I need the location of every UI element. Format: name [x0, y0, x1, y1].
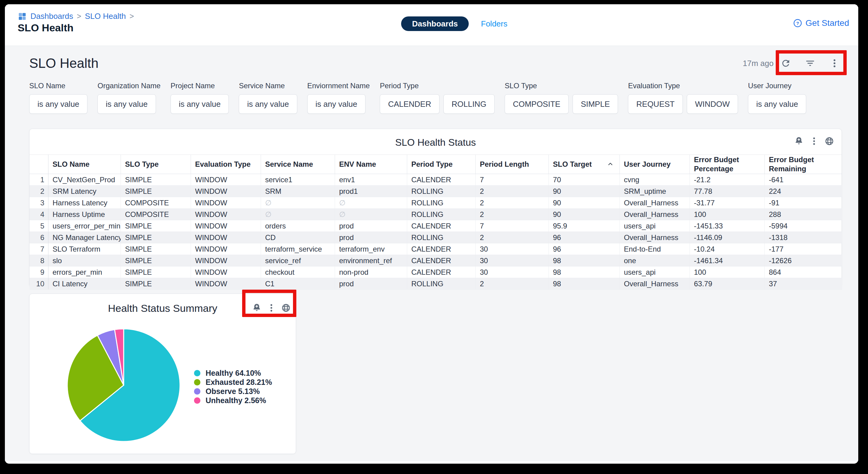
- table-row[interactable]: 5users_error_per_minSIMPLEWINDOWorderspr…: [30, 220, 842, 232]
- column-header-error-budget-remaining[interactable]: Error Budget Remaining: [765, 155, 842, 174]
- filter-value-button-calender[interactable]: CALENDER: [380, 94, 439, 114]
- filter-value-button-rolling[interactable]: ROLLING: [443, 94, 495, 114]
- table-cell: SIMPLE: [121, 255, 191, 267]
- filter-label: Period Type: [380, 81, 495, 90]
- column-header-error-budget-percentage[interactable]: Error Budget Percentage: [689, 155, 765, 174]
- legend-item-exhausted[interactable]: Exhausted 28.21%: [194, 378, 272, 386]
- table-cell: 2: [475, 197, 549, 209]
- column-header-period-type[interactable]: Period Type: [407, 155, 475, 174]
- table-cell: SLO Terraform: [48, 243, 121, 255]
- column-header-user-journey[interactable]: User Journey: [619, 155, 689, 174]
- kebab-icon[interactable]: [822, 55, 847, 72]
- filter-label: Evaluation Type: [628, 81, 738, 90]
- table-cell: errors_per_min: [48, 267, 121, 278]
- table-cell: -1318: [765, 232, 842, 243]
- table-cell: env1: [335, 174, 407, 185]
- breadcrumb-link-dashboards[interactable]: Dashboards: [30, 11, 73, 21]
- filter-icon[interactable]: [798, 55, 822, 72]
- table-cell: SRM Latency: [48, 185, 121, 197]
- table-cell: SIMPLE: [121, 185, 191, 197]
- table-row[interactable]: 2SRM LatencySIMPLEWINDOWSRMprod1ROLLING2…: [30, 185, 842, 197]
- table-row[interactable]: 3Harness LatencyCOMPOSITEWINDOW∅∅ROLLING…: [30, 197, 842, 209]
- table-row[interactable]: 10CI LatencySIMPLEWINDOWC1prodROLLING298…: [30, 278, 842, 290]
- column-header-slo-type[interactable]: SLO Type: [121, 155, 191, 174]
- table-row[interactable]: 7SLO TerraformSIMPLEWINDOWterraform_serv…: [30, 243, 842, 255]
- table-row[interactable]: 8sloSIMPLEWINDOWservice_refenvironment_r…: [30, 255, 842, 267]
- table-row[interactable]: 6NG Manager LatencySIMPLEWINDOWCDprodROL…: [30, 232, 842, 243]
- legend-label: Unhealthy 2.56%: [206, 396, 266, 405]
- filter-value-button-composite[interactable]: COMPOSITE: [505, 94, 569, 114]
- table-cell: users_api: [619, 267, 689, 278]
- column-header-slo-name[interactable]: SLO Name: [48, 155, 121, 174]
- table-cell: WINDOW: [191, 255, 261, 267]
- table-cell: Harness Uptime: [48, 209, 121, 220]
- table-cell: SIMPLE: [121, 278, 191, 290]
- table-row[interactable]: 1CV_NextGen_ProdSIMPLEWINDOWservice1env1…: [30, 174, 842, 185]
- filter-value-button-simple[interactable]: SIMPLE: [572, 94, 618, 114]
- kebab-icon[interactable]: [267, 303, 276, 313]
- legend-item-observe[interactable]: Observe 5.13%: [194, 387, 272, 396]
- column-header-service-name[interactable]: Service Name: [261, 155, 335, 174]
- table-cell: users_error_per_min: [48, 220, 121, 232]
- breadcrumb: Dashboards > SLO Health >: [18, 11, 134, 21]
- row-number: 9: [30, 267, 48, 278]
- column-header-slo-target[interactable]: SLO Target: [549, 155, 619, 174]
- table-cell: Harness Latency: [48, 197, 121, 209]
- kebab-icon[interactable]: [809, 136, 819, 146]
- legend-dot: [194, 370, 200, 376]
- globe-icon[interactable]: [281, 303, 291, 313]
- table-cell: 90: [549, 197, 619, 209]
- table-cell: WINDOW: [191, 278, 261, 290]
- table-cell: WINDOW: [191, 267, 261, 278]
- table-cell: SIMPLE: [121, 220, 191, 232]
- filter-value-button-window[interactable]: WINDOW: [687, 94, 738, 114]
- table-row[interactable]: 4Harness UptimeCOMPOSITEWINDOW∅∅ROLLING2…: [30, 209, 842, 220]
- filter-value-button-is-any-value[interactable]: is any value: [307, 94, 366, 114]
- table-cell: ∅: [261, 209, 335, 220]
- tab-dashboards[interactable]: Dashboards: [401, 16, 469, 31]
- dashboard-content: SLO Health 17m ago SLO Nameis any valueO…: [5, 46, 858, 461]
- table-cell: service_ref: [261, 255, 335, 267]
- column-header-period-length[interactable]: Period Length: [475, 155, 549, 174]
- table-cell: 98: [549, 267, 619, 278]
- table-cell: ∅: [335, 209, 407, 220]
- table-cell: 2: [475, 278, 549, 290]
- table-cell: ROLLING: [407, 209, 475, 220]
- legend-dot: [194, 379, 200, 385]
- legend-item-healthy[interactable]: Healthy 64.10%: [194, 369, 272, 377]
- legend-item-unhealthy[interactable]: Unhealthy 2.56%: [194, 396, 272, 405]
- table-cell: prod1: [335, 185, 407, 197]
- breadcrumb-link-slo-health[interactable]: SLO Health: [85, 11, 126, 21]
- get-started-link[interactable]: ? Get Started: [793, 18, 849, 28]
- column-header-evaluation-type[interactable]: Evaluation Type: [191, 155, 261, 174]
- table-cell: 96: [549, 232, 619, 243]
- bell-plus-icon[interactable]: [252, 303, 261, 313]
- table-cell: WINDOW: [191, 185, 261, 197]
- tile-actions: [794, 136, 834, 146]
- filter-value-button-is-any-value[interactable]: is any value: [97, 94, 156, 114]
- filter-group-slo-type: SLO TypeCOMPOSITESIMPLE: [505, 81, 618, 114]
- table-cell: ROLLING: [407, 197, 475, 209]
- table-head: SLO NameSLO TypeEvaluation TypeService N…: [30, 155, 842, 174]
- table-header-row: SLO NameSLO TypeEvaluation TypeService N…: [30, 155, 842, 174]
- pie-chart: [65, 327, 182, 444]
- table-cell: SIMPLE: [121, 267, 191, 278]
- pie-legend: Healthy 64.10%Exhausted 28.21%Observe 5.…: [194, 369, 272, 405]
- table-cell: 100: [689, 267, 765, 278]
- refresh-icon[interactable]: [774, 55, 798, 72]
- table-cell: CALENDER: [407, 255, 475, 267]
- bell-plus-icon[interactable]: [794, 136, 804, 146]
- table-row[interactable]: 9errors_per_minSIMPLEWINDOWcheckoutnon-p…: [30, 267, 842, 278]
- filter-value-button-is-any-value[interactable]: is any value: [170, 94, 229, 114]
- table-cell: CALENDER: [407, 267, 475, 278]
- tab-folders[interactable]: Folders: [481, 19, 507, 29]
- filter-value-button-request[interactable]: REQUEST: [628, 94, 683, 114]
- legend-dot: [194, 397, 200, 404]
- filter-value-button-is-any-value[interactable]: is any value: [239, 94, 297, 114]
- globe-icon[interactable]: [825, 136, 834, 146]
- filter-value-button-is-any-value[interactable]: is any value: [748, 94, 806, 114]
- filter-value-button-is-any-value[interactable]: is any value: [29, 94, 87, 114]
- help-icon: ?: [793, 18, 803, 28]
- filter-bar: SLO Nameis any valueOrganization Nameis …: [29, 81, 806, 114]
- column-header-env-name[interactable]: ENV Name: [335, 155, 407, 174]
